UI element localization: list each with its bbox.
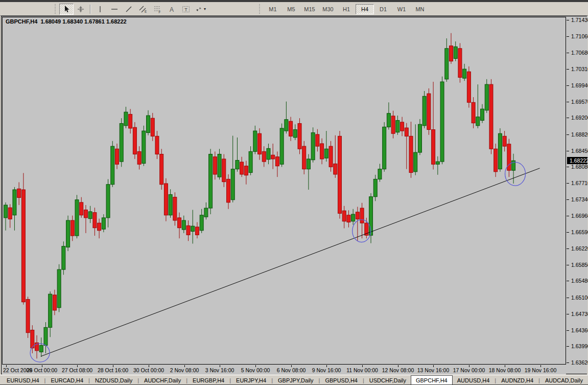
text-icon: A bbox=[168, 5, 176, 13]
bear-candle-body bbox=[173, 197, 177, 220]
bear-candle-body bbox=[8, 208, 12, 219]
trendline-annotation bbox=[41, 168, 540, 356]
bear-candle-body bbox=[21, 190, 25, 302]
bear-candle-body bbox=[432, 129, 435, 164]
text-tool-button[interactable]: A bbox=[164, 4, 179, 15]
bear-candle-body bbox=[347, 215, 350, 222]
time-axis[interactable]: 22 Oct 200926 Oct 00:0027 Oct 08:0028 Oc… bbox=[2, 365, 566, 374]
timeframe-button-m1[interactable]: M1 bbox=[264, 4, 282, 14]
time-axis-label: 13 Nov 16:00 bbox=[413, 367, 454, 374]
bull-candle-body bbox=[436, 162, 439, 164]
price-axis-label: 1.70680 bbox=[567, 50, 587, 56]
time-axis-label: 12 Nov 08:00 bbox=[378, 367, 418, 374]
bull-candle-body bbox=[147, 116, 150, 132]
chart-plot-area[interactable]: GBPCHF,H4 1.68049 1.68340 1.67861 1.6822… bbox=[2, 17, 566, 365]
bull-candle-body bbox=[49, 294, 52, 327]
bull-candle-body bbox=[106, 185, 110, 218]
toolbar-divider bbox=[90, 5, 91, 14]
time-axis-label: 17 Nov 00:00 bbox=[449, 367, 489, 374]
bear-candle-body bbox=[489, 84, 493, 149]
bull-candle-body bbox=[378, 169, 382, 179]
timeframe-button-h1[interactable]: H1 bbox=[337, 4, 356, 14]
timeframe-button-mn[interactable]: MN bbox=[411, 4, 429, 14]
toolbar-grip[interactable] bbox=[54, 4, 57, 14]
time-axis-label: 6 Nov 08:00 bbox=[271, 367, 312, 374]
bear-candle-body bbox=[391, 116, 395, 133]
chart-tab-audnzd-h4[interactable]: AUDNZD,H4 bbox=[497, 375, 538, 385]
bull-candle-body bbox=[454, 47, 457, 58]
bear-candle-body bbox=[129, 114, 132, 128]
bull-candle-body bbox=[102, 218, 105, 229]
timeframe-button-m15[interactable]: M15 bbox=[300, 4, 319, 14]
timeframe-button-d1[interactable]: D1 bbox=[374, 4, 392, 14]
time-axis-label: 5 Nov 00:00 bbox=[235, 367, 276, 374]
chart-tab-audusd-h4[interactable]: AUDUSD,H4 bbox=[453, 375, 495, 385]
chart-tab-usdchf-daily[interactable]: USDCHF,Daily bbox=[365, 375, 411, 385]
bear-candle-body bbox=[503, 136, 506, 146]
text-label-icon: T bbox=[182, 5, 190, 13]
timeframe-button-m5[interactable]: M5 bbox=[282, 4, 300, 14]
bear-candle-body bbox=[195, 227, 199, 235]
bear-candle-body bbox=[316, 134, 319, 146]
bear-candle-body bbox=[31, 330, 34, 348]
bull-candle-body bbox=[414, 152, 417, 172]
equidistant-channel-tool-button[interactable]: E bbox=[136, 4, 150, 15]
chart-tab-eurjpy-h4[interactable]: EURJPY,H4 bbox=[231, 375, 271, 385]
time-axis-label: 3 Nov 16:00 bbox=[199, 367, 240, 374]
chart-tab-gbpjpy-daily[interactable]: GBPJPY,Daily bbox=[273, 375, 318, 385]
vertical-line-tool-button[interactable] bbox=[93, 4, 107, 15]
bull-candle-body bbox=[293, 129, 297, 137]
trendline-tool-button[interactable] bbox=[122, 4, 136, 15]
bull-candle-body bbox=[351, 214, 355, 221]
text-label-tool-button[interactable]: T bbox=[179, 4, 193, 15]
bear-candle-body bbox=[258, 133, 262, 154]
chart-tab-audcad-daily[interactable]: AUDCAD,Daily bbox=[540, 375, 587, 385]
arrows-tool-button[interactable]: ▾ bbox=[193, 4, 207, 15]
price-axis[interactable]: 1.714301.710601.706801.703101.699401.695… bbox=[567, 17, 587, 365]
bear-candle-body bbox=[98, 223, 101, 231]
fibonacci-icon: F bbox=[153, 5, 161, 13]
timeframe-button-m30[interactable]: M30 bbox=[319, 4, 337, 14]
bull-candle-body bbox=[418, 124, 421, 152]
bull-candle-body bbox=[387, 114, 390, 127]
bull-candle-body bbox=[476, 117, 480, 126]
bull-candle-body bbox=[249, 151, 252, 172]
chart-tab-eurcad-h4[interactable]: EURCAD,H4 bbox=[46, 375, 88, 385]
bear-candle-body bbox=[80, 202, 83, 215]
bull-candle-body bbox=[267, 148, 270, 159]
bear-candle-body bbox=[289, 121, 293, 136]
horizontal-line-tool-button[interactable] bbox=[107, 4, 122, 15]
bear-candle-body bbox=[467, 72, 471, 102]
price-axis-label: 1.63620 bbox=[567, 359, 587, 366]
chart-tab-gbpusd-h4[interactable]: GBPUSD,H4 bbox=[320, 375, 362, 385]
svg-text:E: E bbox=[145, 10, 147, 13]
equidistant-channel-icon: E bbox=[139, 5, 147, 13]
timeframe-toolbar: M1M5M15M30H1H4D1W1MN bbox=[258, 3, 429, 15]
bull-candle-body bbox=[463, 69, 466, 78]
bear-candle-body bbox=[494, 149, 498, 172]
bull-candle-body bbox=[485, 84, 488, 110]
mt4-terminal-window: EFAT▾ M1M5M15M30H1H4D1W1MN GBPCHF,H4 1.6… bbox=[0, 0, 588, 385]
toolbar-grip[interactable] bbox=[258, 4, 261, 14]
chart-tab-audchf-daily[interactable]: AUDCHF,Daily bbox=[139, 375, 185, 385]
bear-candle-body bbox=[84, 210, 87, 217]
cursor-tool-button[interactable] bbox=[59, 4, 74, 15]
chart-tab-gbpchf-h4[interactable]: GBPCHF,H4 bbox=[411, 375, 453, 385]
svg-text:A: A bbox=[170, 6, 174, 13]
time-axis-label: 26 Oct 00:00 bbox=[21, 367, 62, 374]
chart-tab-eurusd-h4[interactable]: EURUSD,H4 bbox=[2, 375, 44, 385]
bull-candle-body bbox=[253, 131, 257, 151]
bear-candle-body bbox=[93, 213, 97, 228]
chart-tab-eurgbp-h4[interactable]: EURGBP,H4 bbox=[188, 375, 229, 385]
timeframe-button-h4[interactable]: H4 bbox=[356, 4, 374, 14]
chart-tab-nzdusd-daily[interactable]: NZDUSD,Daily bbox=[90, 375, 137, 385]
bear-candle-body bbox=[115, 149, 119, 164]
fibonacci-tool-button[interactable]: F bbox=[150, 4, 164, 15]
drawing-toolbar: EFAT▾ bbox=[54, 3, 207, 15]
crosshair-tool-button[interactable] bbox=[74, 4, 88, 15]
bear-candle-body bbox=[222, 159, 226, 182]
bull-candle-body bbox=[373, 179, 377, 196]
bull-candle-body bbox=[285, 120, 288, 131]
timeframe-button-w1[interactable]: W1 bbox=[392, 4, 411, 14]
price-axis-label: 1.68820 bbox=[567, 131, 587, 138]
